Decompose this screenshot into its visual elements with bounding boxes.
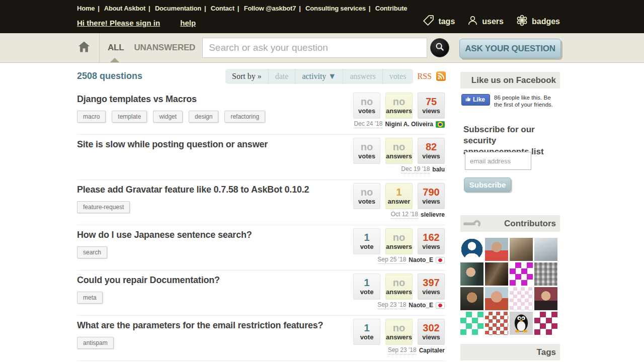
avatar-photo[interactable] (485, 238, 508, 261)
question-tag[interactable]: refactoring (224, 111, 265, 123)
question-title[interactable]: Site is slow while posting question or a… (77, 135, 268, 150)
sign-in-row: Hi there! Please sign in help (77, 19, 196, 27)
sort-option-activity[interactable]: activity ▼ (295, 69, 343, 84)
avatar-photo[interactable] (460, 262, 484, 286)
question-tag[interactable]: meta (77, 292, 103, 304)
nav-link-contribute[interactable]: Contribute (375, 5, 408, 12)
votes-count: no (361, 187, 373, 198)
votes-box: 1vote (353, 274, 380, 300)
question-stats: 1vote noanswers 397views (353, 274, 445, 300)
nav-link-contact[interactable]: Contact (211, 5, 234, 12)
question-row: What are the parameters for the email re… (77, 316, 446, 361)
views-box: 162views (418, 228, 445, 254)
votes-label: vote (360, 243, 374, 250)
question-author[interactable]: Naoto_E (409, 302, 433, 309)
avatar-identicon-dark-magenta[interactable] (534, 312, 557, 335)
question-title[interactable]: Django templates vs Macros (77, 89, 197, 105)
avatar-photo[interactable] (485, 262, 508, 286)
nav-link-follow[interactable]: Follow @askbot7 (244, 5, 296, 12)
tags-menu-item[interactable]: tags (422, 14, 455, 29)
question-tag[interactable]: widget (153, 111, 183, 123)
badge-icon (516, 14, 528, 29)
avatar-identicon-magenta[interactable] (510, 262, 533, 286)
question-date: Sep 23 '18 (388, 346, 417, 354)
avatar-photo[interactable] (485, 287, 508, 310)
nav-separator: | (98, 5, 99, 12)
ask-your-question-button[interactable]: ASK YOUR QUESTION (459, 39, 561, 58)
question-tag[interactable]: antispam (77, 337, 114, 349)
email-field[interactable] (465, 152, 531, 170)
top-icon-menu: tags users badges (422, 14, 560, 29)
avatar-photo[interactable] (460, 287, 484, 310)
question-row: Django templates vs Macros macro templat… (77, 89, 446, 135)
avatar-identicon-green[interactable] (460, 312, 484, 335)
answers-box: noanswers (385, 319, 413, 345)
users-icon (467, 15, 478, 28)
views-label: views (422, 198, 440, 205)
question-tag[interactable]: feature-request (77, 201, 130, 213)
sort-toolbar: Sort by » date activity ▼ answers votes (225, 69, 413, 84)
question-tag[interactable]: design (189, 111, 218, 123)
answers-label: answers (386, 333, 412, 341)
question-tag[interactable]: template (112, 111, 147, 123)
nav-separator: | (237, 5, 239, 12)
nav-link-documentation[interactable]: Documentation (155, 5, 201, 12)
question-tag[interactable]: macro (77, 111, 106, 123)
avatar-photo-statue[interactable] (534, 238, 557, 261)
search-input[interactable] (202, 38, 427, 58)
subscribe-button[interactable]: Subscribe (464, 177, 511, 192)
question-author[interactable]: Capitaler (419, 347, 445, 354)
question-title[interactable]: What are the parameters for the email re… (77, 316, 323, 331)
search-button[interactable] (430, 38, 449, 57)
avatar-default-person[interactable] (460, 238, 484, 261)
question-count: 2508 questions (77, 71, 142, 81)
users-label: users (482, 17, 504, 26)
question-title[interactable]: Please add Gravatar feature like 0.7.58 … (77, 180, 309, 195)
facebook-section-header: Like us on Facebook (460, 72, 560, 88)
badges-label: badges (532, 17, 560, 26)
nav-link-about[interactable]: About Askbot (104, 5, 145, 12)
question-date: Oct 12 '18 (391, 211, 418, 219)
avatar-photo[interactable] (534, 287, 557, 310)
views-count: 397 (423, 278, 439, 288)
question-date: Sep 25 '18 (377, 256, 406, 264)
question-author[interactable]: Nigini A. Oliveira (385, 121, 433, 128)
question-author[interactable]: Naoto_E (409, 256, 433, 263)
nav-separator: | (204, 5, 206, 12)
rss-icon[interactable] (436, 71, 446, 81)
badges-menu-item[interactable]: badges (516, 14, 560, 29)
home-button[interactable] (77, 33, 99, 62)
tab-all[interactable]: ALL (108, 43, 124, 53)
question-author[interactable]: balu (432, 166, 445, 173)
question-author[interactable]: slelievre (421, 211, 445, 218)
nav-link-home[interactable]: Home (77, 5, 95, 12)
japan-flag-icon (436, 257, 445, 263)
answers-label: answers (386, 288, 412, 296)
views-count: 82 (426, 142, 437, 152)
avatar-tux-penguin[interactable] (510, 312, 533, 335)
sign-in-link[interactable]: Hi there! Please sign in (77, 19, 160, 27)
sort-option-answers[interactable]: answers (343, 69, 382, 84)
sort-option-date[interactable]: date (268, 69, 295, 84)
avatar-photo[interactable] (534, 262, 557, 286)
question-title[interactable]: Could you repair Documentation? (77, 270, 220, 286)
facebook-like-button[interactable]: Like (461, 94, 490, 106)
question-stats: novotes noanswers 75views (353, 93, 445, 119)
users-menu-item[interactable]: users (467, 15, 504, 28)
votes-box: novotes (353, 183, 380, 209)
avatar-identicon-pink[interactable] (510, 287, 533, 310)
nav-link-consulting[interactable]: Consulting services (305, 5, 366, 12)
question-tag[interactable]: search (77, 246, 107, 258)
japan-flag-icon (436, 302, 445, 309)
votes-label: vote (360, 333, 374, 341)
sort-option-votes[interactable]: votes (382, 69, 413, 84)
help-link[interactable]: help (180, 19, 196, 27)
avatar-identicon-red[interactable] (485, 312, 508, 335)
avatar-photo[interactable] (510, 238, 533, 261)
answers-label: answers (386, 107, 412, 115)
rss-link[interactable]: RSS (418, 72, 432, 81)
tab-unanswered[interactable]: UNANSWERED (134, 43, 195, 53)
votes-count: 1 (364, 278, 369, 288)
question-title[interactable]: How do I use Japanese sentence search? (77, 225, 252, 240)
question-row: How do I use Japanese sentence search? s… (77, 225, 446, 270)
